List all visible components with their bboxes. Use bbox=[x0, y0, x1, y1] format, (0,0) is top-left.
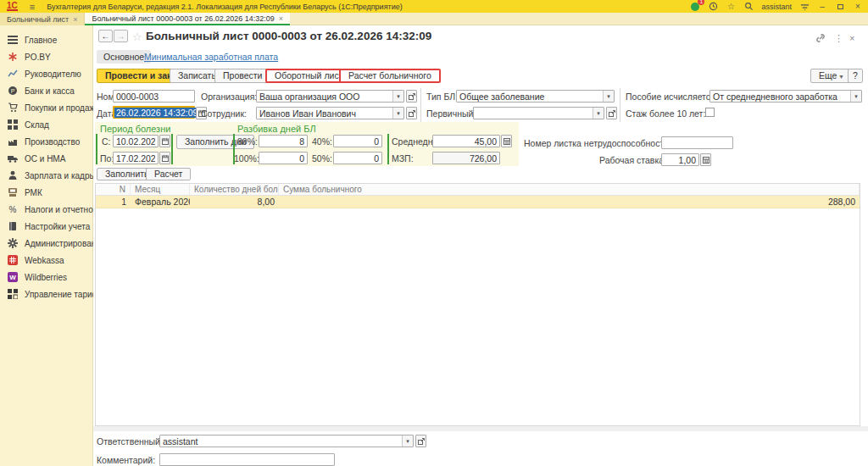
comment-field[interactable] bbox=[159, 453, 335, 466]
p50-field[interactable] bbox=[333, 152, 382, 164]
work-rate-field[interactable] bbox=[661, 153, 699, 166]
dropdown-icon[interactable]: ▾ bbox=[850, 91, 861, 102]
certificate-number-label: Номер листка нетрудоспособности: bbox=[524, 138, 671, 148]
search-icon[interactable] bbox=[743, 2, 754, 12]
more-actions-icon[interactable]: ⋮ bbox=[834, 33, 843, 44]
col-n[interactable]: N bbox=[96, 184, 131, 195]
minimize-icon[interactable]: – bbox=[817, 2, 827, 12]
factory-icon bbox=[8, 136, 18, 147]
application-window: 1С ≡ Бухгалтерия для Беларуси, редакция … bbox=[0, 0, 868, 466]
sidebar-item-rmk[interactable]: РМК bbox=[0, 184, 93, 201]
dropdown-icon[interactable]: ▾ bbox=[392, 108, 403, 119]
sidebar-item-label: РМК bbox=[25, 188, 42, 197]
cash-register-icon bbox=[8, 187, 18, 197]
date-field[interactable]: 26.02.2026 14:32:09 bbox=[113, 106, 195, 119]
favorite-star-icon[interactable]: ☆ bbox=[132, 31, 142, 43]
dropdown-icon[interactable]: ▾ bbox=[402, 435, 413, 447]
average-daily-field[interactable] bbox=[432, 135, 500, 147]
sidebar-item-purchases-sales[interactable]: Покупки и продажи bbox=[0, 99, 93, 116]
sick-type-field[interactable]: ▾ bbox=[456, 90, 615, 103]
home-lines-icon bbox=[8, 35, 18, 45]
sidebar-item-manager[interactable]: Руководителю bbox=[0, 65, 93, 82]
sidebar-item-tariff-management[interactable]: Управление тарифом bbox=[0, 286, 93, 302]
period-to-field[interactable] bbox=[113, 152, 159, 164]
sick-leave-months-table: N Месяц Количество дней больничного Сумм… bbox=[95, 183, 860, 426]
sidebar-item-webkassa[interactable]: Webkassa bbox=[0, 252, 93, 269]
tab-sick-leave-list[interactable]: Больничный лист × bbox=[0, 13, 85, 25]
calculator-icon[interactable] bbox=[501, 135, 512, 147]
chevron-down-icon: ▾ bbox=[839, 73, 843, 80]
experience-checkbox[interactable] bbox=[705, 108, 715, 117]
restore-icon[interactable] bbox=[835, 2, 845, 12]
sidebar-item-fixed-assets[interactable]: ОС и НМА bbox=[0, 150, 93, 167]
organization-label: Организация: bbox=[201, 92, 257, 102]
sidebar-item-salary-hr[interactable]: Зарплата и кадры bbox=[0, 167, 93, 184]
sidebar-item-wildberries[interactable]: W Wildberries bbox=[0, 269, 93, 286]
service-menu-icon[interactable] bbox=[799, 2, 810, 12]
benefit-label: Пособие исчисляется: bbox=[626, 92, 718, 102]
p100-field[interactable] bbox=[259, 152, 308, 164]
sick-calc-button[interactable]: Расчет больничного bbox=[339, 69, 441, 83]
sidebar-item-label: Wildberries bbox=[25, 273, 67, 282]
close-window-icon[interactable]: × bbox=[853, 2, 863, 12]
forward-button[interactable]: → bbox=[114, 30, 128, 42]
sidebar-item-main[interactable]: Главное bbox=[0, 31, 93, 48]
calendar-icon[interactable] bbox=[159, 152, 170, 164]
table-header: N Месяц Количество дней больничного Сумм… bbox=[96, 184, 860, 196]
help-button[interactable]: ? bbox=[848, 69, 863, 83]
main-menu-icon[interactable]: ≡ bbox=[30, 2, 35, 12]
splitter[interactable] bbox=[93, 426, 868, 431]
nav-link-min-wage[interactable]: Минимальная заработная плата bbox=[144, 52, 278, 62]
sidebar-item-production[interactable]: Производство bbox=[0, 133, 93, 150]
number-field[interactable] bbox=[113, 90, 195, 103]
history-icon[interactable] bbox=[708, 2, 718, 12]
notifications-icon[interactable]: 1 bbox=[690, 2, 700, 12]
benefit-field[interactable]: ▾ bbox=[709, 90, 862, 103]
favorites-star-icon[interactable]: ☆ bbox=[726, 2, 736, 12]
employee-open-button[interactable] bbox=[406, 107, 417, 119]
dropdown-icon[interactable]: ▾ bbox=[593, 108, 604, 119]
col-days[interactable]: Количество дней больничного bbox=[190, 184, 279, 195]
primary-open-button[interactable] bbox=[606, 107, 617, 119]
primary-field[interactable]: ▾ bbox=[473, 107, 604, 119]
back-button[interactable]: ← bbox=[98, 30, 113, 42]
employee-field[interactable]: ▾ bbox=[256, 107, 404, 119]
dropdown-icon[interactable]: ▾ bbox=[392, 91, 403, 102]
selected-date-text: 26.02.2026 14:32:09 bbox=[114, 108, 199, 118]
tab-close-icon[interactable]: × bbox=[279, 14, 283, 23]
sidebar-item-accounting-settings[interactable]: Настройки учета bbox=[0, 218, 93, 235]
organization-open-button[interactable] bbox=[406, 90, 417, 103]
responsible-field[interactable]: ▾ bbox=[159, 435, 414, 447]
col-sum[interactable]: Сумма больничного bbox=[279, 184, 860, 195]
sidebar-item-label: Склад bbox=[25, 120, 49, 130]
calc-table-button[interactable]: Расчет bbox=[146, 168, 191, 180]
calendar-icon[interactable] bbox=[159, 135, 170, 147]
tab-label: Больничный лист bbox=[7, 15, 69, 24]
table-row[interactable]: 1 Февраль 2026 8,00 288,00 bbox=[96, 196, 860, 208]
organization-field[interactable]: ▾ bbox=[256, 90, 404, 103]
wildberries-logo: W bbox=[8, 272, 18, 282]
mzp-label: МЗП: bbox=[392, 153, 414, 164]
sidebar-item-administration[interactable]: Администрирование bbox=[0, 235, 93, 252]
period-from-field[interactable] bbox=[113, 135, 159, 147]
get-link-icon[interactable] bbox=[815, 33, 826, 45]
tab-sick-leave-document[interactable]: Больничный лист 0000-0003 от 26.02.2026 … bbox=[85, 13, 290, 25]
dropdown-icon[interactable]: ▾ bbox=[603, 91, 614, 102]
tariff-grid-icon bbox=[8, 289, 18, 299]
certificate-number-field[interactable] bbox=[661, 136, 733, 149]
close-document-icon[interactable]: × bbox=[849, 33, 854, 43]
tab-close-icon[interactable]: × bbox=[73, 15, 77, 24]
responsible-open-button[interactable] bbox=[415, 435, 426, 447]
sidebar-item-poby[interactable]: PO.BY bbox=[0, 48, 93, 65]
sidebar-item-label: Руководителю bbox=[25, 69, 81, 79]
calculator-icon[interactable] bbox=[700, 153, 711, 166]
sidebar-item-bank-cash[interactable]: P Банк и касса bbox=[0, 82, 93, 99]
more-button[interactable]: Еще▾ bbox=[810, 69, 851, 83]
sidebar-item-warehouse[interactable]: Склад bbox=[0, 116, 93, 133]
p40-field[interactable] bbox=[333, 135, 382, 147]
p80-field[interactable] bbox=[259, 135, 308, 147]
nav-tab-main[interactable]: Основное bbox=[97, 50, 151, 64]
post-button[interactable]: Провести bbox=[214, 69, 270, 83]
sidebar-item-taxes-reports[interactable]: % Налоги и отчетность bbox=[0, 201, 93, 218]
col-month[interactable]: Месяц bbox=[131, 184, 190, 195]
